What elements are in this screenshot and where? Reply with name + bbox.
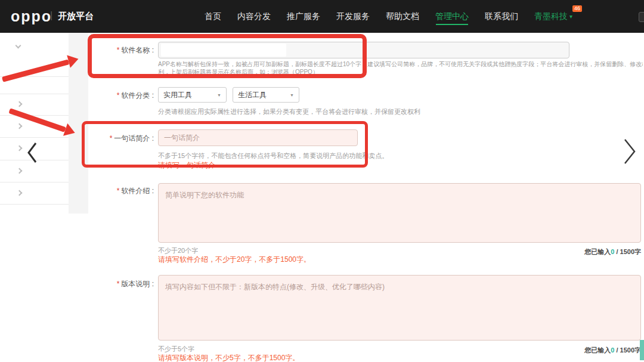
chevron-down-icon: ▼	[290, 93, 294, 97]
nav-item-promotion-services[interactable]: 推广服务	[287, 0, 320, 33]
required-marker: *	[117, 187, 120, 195]
nav-item-home[interactable]: 首页	[205, 0, 221, 33]
chevron-down-icon: ▾	[569, 13, 572, 20]
divider	[0, 94, 69, 94]
page: oppo | 开放平台 首页 内容分发 推广服务 开发服务 帮助文档 管理中心 …	[0, 0, 644, 362]
category-primary-value: 实用工具	[163, 90, 192, 100]
divider	[0, 182, 69, 182]
required-marker: *	[117, 91, 120, 100]
annotation-arrow-slogan	[7, 104, 77, 140]
required-marker: *	[117, 280, 120, 288]
chevron-right-icon[interactable]	[17, 190, 23, 196]
oppo-logo[interactable]: oppo	[11, 8, 52, 25]
nav-menu: 首页 内容分发 推广服务 开发服务 帮助文档 管理中心 联系我们 青墨科技 ▾ …	[205, 0, 572, 33]
nav-item-contact-us[interactable]: 联系我们	[485, 0, 518, 33]
account-name: 青墨科技	[534, 11, 568, 22]
intro-textarea[interactable]	[158, 183, 641, 243]
chevron-down-icon[interactable]	[16, 43, 21, 49]
nav-item-help-docs[interactable]: 帮助文档	[386, 0, 419, 33]
chevron-right-icon[interactable]	[17, 168, 23, 174]
divider	[0, 137, 69, 138]
category-secondary-select[interactable]: 生活工具 ▼	[233, 87, 299, 103]
intro-error: 请填写软件介绍，不少于20字，不多于1500字。	[158, 255, 311, 265]
divider	[0, 204, 69, 205]
account-menu[interactable]: 青墨科技 ▾ 46	[534, 0, 572, 33]
version-textarea[interactable]	[158, 275, 641, 341]
version-help: 不少于5个字	[158, 345, 194, 354]
annotation-box-app-name	[88, 34, 367, 78]
chevron-right-icon[interactable]	[17, 146, 23, 151]
category-secondary-value: 生活工具	[238, 90, 267, 100]
floating-widget-partial[interactable]	[640, 340, 644, 360]
chevron-down-icon: ▼	[217, 93, 221, 97]
next-arrow-button[interactable]	[621, 137, 638, 168]
version-char-counter: 您已输入0 / 1500字	[584, 346, 641, 355]
nav-item-dev-services[interactable]: 开发服务	[336, 0, 370, 33]
prev-arrow-button[interactable]	[26, 141, 38, 166]
intro-help: 不少于20个字	[158, 246, 198, 255]
nav-item-management-center[interactable]: 管理中心	[435, 0, 469, 33]
category-primary-select[interactable]: 实用工具 ▼	[158, 87, 227, 103]
chevron-right-icon	[621, 137, 638, 166]
platform-title: 开放平台	[58, 11, 94, 22]
chevron-left-icon	[26, 141, 38, 164]
intro-char-counter: 您已输入0 / 1500字	[584, 247, 641, 256]
category-help: 分类请根据应用实际属性进行选择，如果分类有变更，平台将会进行审核，并保留更改权利	[158, 107, 420, 116]
field-label-intro: *软件介绍 :	[73, 186, 154, 196]
field-label-version: *版本说明 :	[73, 279, 154, 289]
top-nav: oppo | 开放平台 首页 内容分发 推广服务 开发服务 帮助文档 管理中心 …	[0, 0, 644, 33]
notification-badge: 46	[572, 5, 582, 12]
nav-item-content-distribution[interactable]: 内容分发	[237, 0, 271, 33]
annotation-box-slogan	[82, 121, 368, 168]
version-error: 请填写版本说明，不少5字，不多于1500字。	[158, 353, 299, 362]
nav-edge-icon[interactable]	[639, 12, 644, 22]
field-label-category: *软件分类 :	[73, 91, 154, 101]
chevron-right-icon[interactable]	[17, 123, 23, 129]
nav-separator: |	[50, 10, 52, 21]
